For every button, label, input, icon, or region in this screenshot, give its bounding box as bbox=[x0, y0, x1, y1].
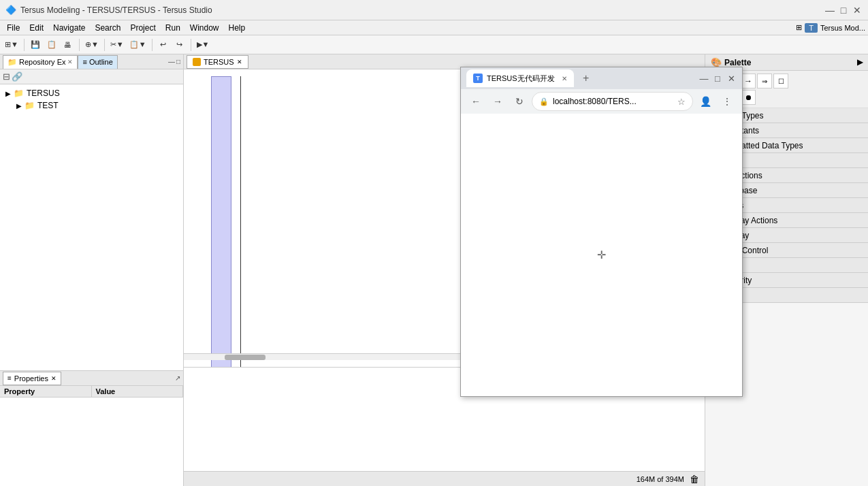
close-button[interactable]: ✕ bbox=[852, 5, 863, 16]
diagram-line-v bbox=[240, 76, 241, 367]
test-label: TEST bbox=[37, 101, 59, 110]
editor-tab-close[interactable]: ✕ bbox=[237, 59, 242, 65]
menu-help[interactable]: Help bbox=[225, 22, 250, 34]
props-col-property: Property bbox=[0, 386, 92, 397]
editor-tab-label: TERSUS bbox=[204, 58, 234, 66]
gc-button[interactable]: 🗑 bbox=[690, 474, 699, 485]
toolbar-sep-5 bbox=[191, 39, 191, 51]
browser-tab-active[interactable]: T TERSUS无代码开发 ✕ bbox=[466, 69, 574, 87]
props-header: Property Value bbox=[0, 386, 183, 398]
browser-refresh-btn[interactable]: ↻ bbox=[510, 92, 529, 111]
toolbar-save[interactable]: 💾 bbox=[28, 37, 43, 52]
circle-tool[interactable]: ⏺ bbox=[741, 90, 756, 105]
panel-minimize-btn[interactable]: — bbox=[168, 58, 175, 65]
browser-url: localhost:8080/TERS... bbox=[553, 97, 673, 106]
main-layout: 📁 Repository Ex ✕ ≡ Outline — □ ⊟ 🔗 ▶ 📁 bbox=[0, 54, 868, 486]
toolbar-copy[interactable]: 📋 bbox=[44, 37, 59, 52]
left-panel: 📁 Repository Ex ✕ ≡ Outline — □ ⊟ 🔗 ▶ 📁 bbox=[0, 54, 184, 486]
browser-address-bar[interactable]: 🔒 localhost:8080/TERS... ☆ bbox=[532, 92, 693, 111]
maximize-button[interactable]: □ bbox=[838, 5, 849, 16]
repo-item-tersus[interactable]: ▶ 📁 TERSUS bbox=[3, 87, 180, 99]
props-content: Property Value bbox=[0, 386, 183, 486]
repo-tab-close[interactable]: ✕ bbox=[67, 59, 73, 65]
browser-menu-btn[interactable]: ⋮ bbox=[718, 92, 737, 111]
repo-item-test[interactable]: ▶ 📁 TEST bbox=[3, 99, 180, 112]
toolbar-paste[interactable]: 📋▼ bbox=[127, 37, 148, 52]
repo-toolbar: ⊟ 🔗 bbox=[0, 69, 183, 84]
browser-bookmark-icon[interactable]: ☆ bbox=[677, 97, 686, 107]
browser-lock-icon: 🔒 bbox=[539, 97, 549, 106]
editor-tab-tersus[interactable]: TERSUS ✕ bbox=[187, 55, 248, 69]
tersus-folder-icon: 📁 bbox=[14, 88, 24, 98]
repository-panel: ▶ 📁 TERSUS ▶ 📁 TEST bbox=[0, 84, 183, 370]
memory-usage: 164M of 394M bbox=[637, 475, 684, 483]
menu-navigate[interactable]: Navigate bbox=[49, 22, 89, 34]
menu-edit[interactable]: Edit bbox=[25, 22, 48, 34]
toolbar-print[interactable]: 🖶 bbox=[61, 37, 76, 52]
title-bar-title: Tersus Modeling - TERSUS/TERSUS - Tersus… bbox=[20, 5, 212, 15]
center-area: TERSUS ✕ <El bbox=[184, 54, 705, 486]
title-bar: 🔷 Tersus Modeling - TERSUS/TERSUS - Ters… bbox=[0, 0, 868, 20]
browser-favicon: T bbox=[473, 74, 483, 83]
browser-tab-close-icon[interactable]: ✕ bbox=[562, 75, 567, 82]
browser-nav-bar: ← → ↻ 🔒 localhost:8080/TERS... ☆ 👤 ⋮ bbox=[461, 89, 742, 114]
title-bar-controls[interactable]: — □ ✕ bbox=[824, 5, 863, 16]
tab-properties[interactable]: ≡ Properties ✕ bbox=[3, 372, 61, 385]
double-arrow-tool[interactable]: ⇒ bbox=[757, 74, 772, 88]
repo-link-btn[interactable]: 🔗 bbox=[12, 71, 22, 82]
browser-tab-title: TERSUS无代码开发 bbox=[487, 74, 555, 84]
browser-back-btn[interactable]: ← bbox=[466, 92, 485, 111]
repo-collapse-btn[interactable]: ⊟ bbox=[3, 71, 10, 82]
menu-project[interactable]: Project bbox=[126, 22, 159, 34]
browser-forward-btn[interactable]: → bbox=[488, 92, 507, 111]
browser-content-area: ✛ bbox=[461, 114, 742, 396]
toolbar-add[interactable]: ⊕▼ bbox=[83, 37, 101, 52]
minimize-button[interactable]: — bbox=[824, 5, 835, 16]
props-icon: ≡ bbox=[7, 374, 12, 382]
menu-window[interactable]: Window bbox=[186, 22, 223, 34]
browser-minimize-btn[interactable]: — bbox=[698, 73, 709, 84]
browser-profile-btn[interactable]: 👤 bbox=[696, 92, 715, 111]
props-close[interactable]: ✕ bbox=[51, 375, 57, 382]
tersus-mod-label: T bbox=[805, 23, 818, 33]
toolbar-cut[interactable]: ✂▼ bbox=[108, 37, 126, 52]
browser-cursor: ✛ bbox=[597, 248, 606, 261]
toolbar-undo[interactable]: ↩ bbox=[156, 37, 171, 52]
tab-repository-explorer[interactable]: 📁 Repository Ex ✕ bbox=[3, 55, 78, 69]
left-panel-tab-bar: 📁 Repository Ex ✕ ≡ Outline — □ bbox=[0, 54, 183, 69]
editor-tab-icon bbox=[193, 58, 201, 66]
browser-maximize-btn[interactable]: □ bbox=[712, 73, 723, 84]
box-tool[interactable]: ☐ bbox=[773, 74, 788, 88]
browser-window-controls: — □ ✕ bbox=[698, 73, 737, 84]
toolbar-open[interactable]: ⊞▼ bbox=[3, 37, 20, 52]
arrow-right-tool[interactable]: → bbox=[741, 74, 756, 88]
browser-new-tab-btn[interactable]: + bbox=[578, 70, 594, 86]
tab-outline[interactable]: ≡ Outline bbox=[78, 55, 117, 69]
perspective-icon: ⊞ bbox=[796, 23, 802, 32]
status-bar: 164M of 394M 🗑 bbox=[184, 471, 705, 486]
diagram-block-left[interactable] bbox=[211, 76, 231, 367]
menu-run[interactable]: Run bbox=[161, 22, 184, 34]
props-empty-area bbox=[0, 398, 183, 479]
palette-expand-btn[interactable]: ▶ bbox=[857, 58, 863, 67]
repo-tab-label: Repository Ex bbox=[19, 58, 65, 66]
toolbar-sep-1 bbox=[24, 39, 25, 51]
repo-tab-icon: 📁 bbox=[7, 58, 17, 67]
properties-panel: ≡ Properties ✕ ↗ Property Value bbox=[0, 370, 183, 486]
props-expand-btn[interactable]: ↗ bbox=[175, 374, 180, 382]
test-folder-icon: 📁 bbox=[25, 101, 35, 110]
scrollbar-thumb-h bbox=[225, 355, 266, 360]
toolbar-sep-3 bbox=[104, 39, 105, 51]
toolbar-run[interactable]: ▶▼ bbox=[195, 37, 212, 52]
tersus-studio-label: Tersus Mod... bbox=[820, 24, 865, 32]
outline-tab-label: Outline bbox=[89, 58, 113, 66]
palette-title: Palette bbox=[724, 58, 751, 67]
menu-file[interactable]: File bbox=[3, 22, 24, 34]
props-col-value: Value bbox=[92, 386, 184, 397]
props-controls: ↗ bbox=[175, 374, 180, 382]
app-icon: 🔷 bbox=[5, 5, 16, 15]
toolbar-redo[interactable]: ↪ bbox=[172, 37, 187, 52]
menu-search[interactable]: Search bbox=[91, 22, 125, 34]
panel-maximize-btn[interactable]: □ bbox=[176, 58, 180, 65]
browser-close-btn[interactable]: ✕ bbox=[726, 73, 737, 84]
